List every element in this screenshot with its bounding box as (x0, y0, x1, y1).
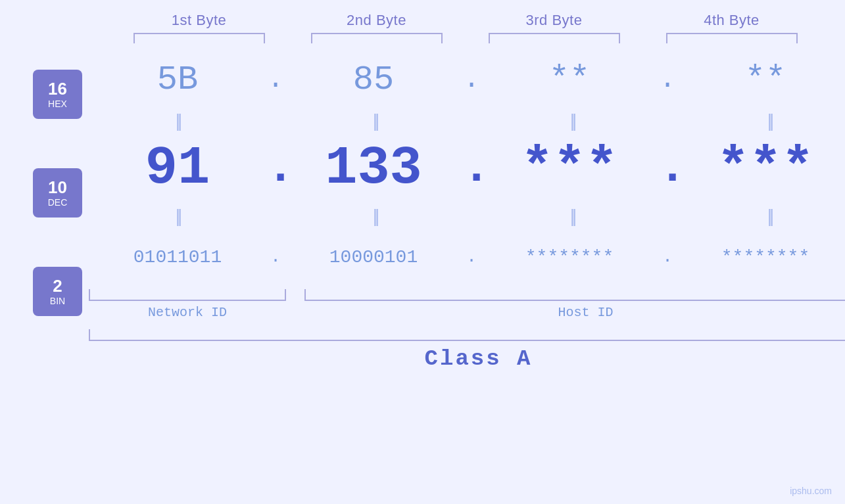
watermark: ipshu.com (790, 486, 832, 496)
bracket-top-1 (133, 33, 265, 43)
hex-dot-1: . (266, 64, 285, 95)
bin-dot-1: . (266, 247, 285, 267)
byte-label-3: 3rd Byte (526, 12, 583, 29)
host-bracket (304, 289, 845, 301)
eq-cell-3: || (483, 110, 661, 131)
dec-cell-2: 133 (285, 138, 462, 199)
dec-badge-label: DEC (48, 197, 68, 208)
dec-badge: 10 DEC (33, 168, 82, 218)
bin-dot-3: . (658, 247, 677, 267)
eq2-cell-4: || (681, 206, 845, 227)
bin-badge: 2 BIN (33, 267, 82, 316)
hex-cell-3: ** (481, 60, 658, 99)
bracket-top-3 (489, 33, 620, 43)
byte-col-1: 1st Byte (110, 12, 288, 43)
dec-dot-3: . (658, 145, 677, 192)
dec-dot-1: . (266, 145, 285, 192)
hex-dot-3: . (658, 64, 677, 95)
hex-value-3: ** (549, 60, 590, 99)
host-id-section: Host ID (304, 289, 845, 320)
hex-dot-2: . (462, 64, 481, 95)
dec-value-4: *** (717, 138, 814, 199)
bracket-top-2 (311, 33, 443, 43)
dec-dot-2: . (462, 145, 481, 192)
badges-column: 16 HEX 10 DEC 2 BIN (33, 70, 82, 316)
equals-1: || (176, 110, 180, 131)
equals-row-1: || || || || (89, 109, 845, 132)
eq-cell-1: || (89, 110, 266, 131)
main-content: 16 HEX 10 DEC 2 BIN 5B . 85 (0, 50, 845, 371)
hex-value-4: ** (745, 60, 786, 99)
byte-label-2: 2nd Byte (347, 12, 406, 29)
byte-col-3: 3rd Byte (466, 12, 643, 43)
hex-badge-label: HEX (48, 99, 67, 109)
bin-value-1: 01011011 (133, 247, 222, 267)
dec-value-2: 133 (325, 138, 422, 199)
network-bracket (89, 289, 286, 301)
hex-row: 5B . 85 . ** . ** (89, 50, 845, 109)
dec-badge-number: 10 (48, 178, 67, 197)
bin-value-3: ******** (525, 247, 614, 267)
eq-cell-2: || (286, 110, 464, 131)
network-id-section: Network ID (89, 289, 286, 320)
eq2-cell-1: || (89, 206, 266, 227)
main-container: 1st Byte 2nd Byte 3rd Byte 4th Byte 16 H… (0, 0, 845, 504)
equals-2: || (373, 110, 377, 131)
eq2-cell-3: || (483, 206, 661, 227)
equals-row-2: || || || || (89, 204, 845, 227)
bin-cell-1: 01011011 (89, 247, 266, 267)
byte-label-1: 1st Byte (172, 12, 226, 29)
host-id-label: Host ID (558, 305, 613, 320)
dec-row: 91 . 133 . *** . *** (89, 132, 845, 204)
hex-cell-1: 5B (89, 60, 266, 99)
bin-badge-number: 2 (53, 277, 62, 296)
class-label: Class A (425, 346, 533, 371)
dec-value-1: 91 (145, 138, 210, 199)
bin-badge-label: BIN (50, 296, 65, 306)
bin-cell-4: ******** (677, 247, 845, 267)
bin-value-4: ******** (721, 247, 809, 267)
hex-badge: 16 HEX (33, 70, 82, 119)
dec-value-3: *** (521, 138, 618, 199)
hex-cell-2: 85 (285, 60, 462, 99)
equals2-1: || (176, 206, 180, 227)
equals2-3: || (570, 206, 575, 227)
equals2-2: || (373, 206, 377, 227)
network-id-label: Network ID (148, 305, 227, 320)
byte-headers: 1st Byte 2nd Byte 3rd Byte 4th Byte (0, 12, 845, 43)
byte-col-2: 2nd Byte (288, 12, 466, 43)
bin-cell-3: ******** (481, 247, 658, 267)
class-bracket (89, 329, 845, 341)
equals-4: || (767, 110, 772, 131)
hex-cell-4: ** (677, 60, 845, 99)
bin-row: 01011011 . 10000101 . ******** . *******… (89, 227, 845, 286)
hex-value-2: 85 (353, 60, 394, 99)
dec-cell-1: 91 (89, 138, 266, 199)
bin-value-2: 10000101 (329, 247, 418, 267)
hex-value-1: 5B (157, 60, 198, 99)
equals2-4: || (767, 206, 772, 227)
byte-label-4: 4th Byte (704, 12, 760, 29)
equals-3: || (570, 110, 575, 131)
bottom-brackets: Network ID Host ID (89, 289, 845, 320)
eq-cell-4: || (681, 110, 845, 131)
hex-badge-number: 16 (48, 80, 67, 99)
dec-cell-4: *** (677, 138, 845, 199)
byte-col-4: 4th Byte (643, 12, 821, 43)
rows-area: 5B . 85 . ** . ** || (89, 50, 845, 371)
class-section: Class A (89, 329, 845, 371)
bin-cell-2: 10000101 (285, 247, 462, 267)
bracket-top-4 (666, 33, 798, 43)
eq2-cell-2: || (286, 206, 464, 227)
bin-dot-2: . (462, 247, 481, 267)
dec-cell-3: *** (481, 138, 658, 199)
